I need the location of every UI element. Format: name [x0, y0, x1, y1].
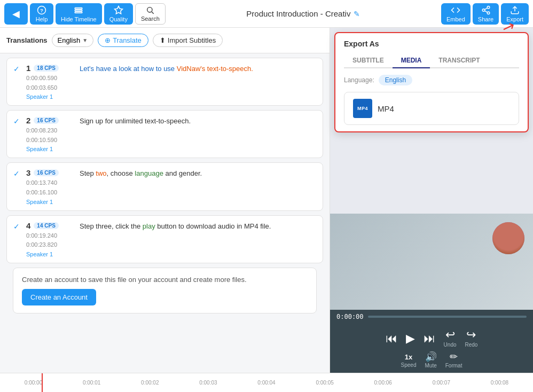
hide-timeline-button[interactable]: Hide Timeline [56, 3, 102, 25]
check-icon-1: ✓ [13, 65, 20, 100]
export-language-row: Language: English [344, 75, 519, 85]
table-row: ✓ 1 18 CPS 0:00:00.5900:00:03.650 Speake… [6, 58, 323, 106]
cps-badge-1: 18 CPS [34, 65, 58, 72]
fast-forward-button[interactable]: ⏭ [424, 333, 435, 344]
mute-icon: 🔊 [425, 352, 437, 362]
cps-badge-3: 16 CPS [34, 169, 58, 176]
video-frame [330, 214, 533, 310]
help-button[interactable]: ? Help [30, 3, 53, 25]
check-icon-2: ✓ [13, 117, 20, 152]
subtitle-list: ✓ 1 18 CPS 0:00:00.5900:00:03.650 Speake… [0, 53, 330, 373]
tab-subtitle[interactable]: SUBTITLE [344, 53, 393, 68]
translations-label: Translations [6, 36, 48, 44]
rewind-button[interactable]: ⏮ [386, 333, 397, 344]
subtitle-num-1: 1 [26, 64, 30, 73]
cps-badge-2: 16 CPS [34, 117, 58, 124]
speaker-1[interactable]: Speaker 1 [26, 93, 74, 100]
search-button[interactable]: Search [135, 3, 166, 25]
back-button[interactable]: ◀ [4, 3, 28, 25]
timeline-cursor [42, 373, 43, 392]
embed-button[interactable]: Embed [441, 3, 471, 25]
controls-panel: ⏮ ▶ ⏭ ↩ Undo ↪ Redo [330, 324, 533, 373]
export-language-value[interactable]: English [379, 75, 412, 85]
tick-8: 0:00:08 [471, 380, 529, 386]
text-language: language [135, 169, 163, 177]
redo-label: Redo [465, 342, 478, 348]
language-select[interactable]: English ▼ [52, 34, 94, 47]
export-mp4-card[interactable]: MP4 MP4 [344, 92, 519, 125]
subtitle-time-4: 0:00:19.2400:00:23.820 [26, 231, 74, 250]
import-icon: ⬆ [160, 36, 166, 44]
tick-0: 0:00:00 [4, 380, 62, 386]
speaker-3[interactable]: Speaker 1 [26, 199, 74, 205]
help-icon: ? [36, 5, 47, 15]
rewind-icon: ⏮ [386, 333, 397, 344]
import-subtitles-button[interactable]: ⬆ Import Subtitles [153, 34, 223, 47]
svg-line-10 [484, 11, 487, 12]
subtitle-meta-1: 1 18 CPS 0:00:00.5900:00:03.650 Speaker … [26, 64, 74, 100]
progress-track[interactable] [368, 316, 527, 318]
language-value: English [58, 36, 81, 44]
tick-2: 0:00:02 [121, 380, 179, 386]
subtitle-meta-3: 3 16 CPS 0:00:13.7400:00:16.100 Speaker … [26, 168, 74, 205]
subtitle-time-2: 0:00:08.2300:00:10.590 [26, 126, 74, 145]
check-icon-4: ✓ [13, 222, 20, 257]
format-button[interactable]: ✏ Format [445, 352, 463, 369]
page-title: Product Introduction - Creativ [246, 9, 350, 18]
import-label: Import Subtitles [168, 36, 216, 44]
text-two: two [96, 169, 106, 177]
text-play: play [143, 222, 155, 230]
search-label: Search [141, 15, 160, 22]
main-area: Translations English ▼ ⊕ Translate ⬆ Imp… [0, 28, 533, 373]
cps-badge-4: 14 CPS [34, 222, 58, 229]
play-button[interactable]: ▶ [406, 333, 415, 344]
hide-timeline-label: Hide Timeline [61, 16, 97, 22]
speaker-2[interactable]: Speaker 1 [26, 146, 74, 152]
translate-button[interactable]: ⊕ Translate [98, 34, 148, 47]
edit-icon[interactable]: ✎ [354, 10, 360, 18]
tick-3: 0:00:03 [179, 380, 237, 386]
undo-label: Undo [444, 342, 457, 348]
video-timeline: 0:00:00 [330, 310, 533, 324]
quality-button[interactable]: Quality [104, 3, 133, 25]
timeline-icon [73, 5, 84, 15]
embed-label: Embed [446, 16, 465, 22]
subtitle-time-3: 0:00:13.7400:00:16.100 [26, 178, 74, 197]
timeline[interactable]: 0:00:00 0:00:01 0:00:02 0:00:03 0:00:04 … [0, 373, 533, 392]
share-label: Share [478, 16, 493, 22]
svg-point-8 [482, 9, 485, 11]
chevron-down-icon: ▼ [82, 37, 88, 43]
speed-button[interactable]: 1x Speed [401, 353, 417, 368]
share-button[interactable]: Share [473, 3, 499, 25]
undo-button[interactable]: ↩ Undo [444, 329, 457, 348]
subtitle-text-3[interactable]: Step two, choose language and gender. [80, 168, 316, 205]
tab-media[interactable]: MEDIA [393, 53, 430, 68]
quality-icon [113, 5, 124, 15]
svg-point-9 [487, 12, 490, 14]
speed-label: Speed [401, 362, 417, 368]
subtitle-text-4[interactable]: Step three, click the play button to dow… [80, 221, 316, 257]
tab-transcript[interactable]: TRANSCRIPT [430, 53, 488, 68]
speed-value: 1x [405, 353, 412, 361]
subtitle-text-1[interactable]: Let's have a look at how to use VidNaw's… [80, 64, 316, 100]
toolbar: ◀ ? Help Hide Timeline Quality Search Pr… [0, 0, 533, 28]
svg-text:?: ? [40, 7, 43, 13]
export-language-label: Language: [344, 76, 374, 84]
embed-icon [450, 5, 461, 15]
create-account-button[interactable]: Create an Account [22, 289, 96, 305]
svg-line-6 [152, 12, 154, 14]
format-label: Format [445, 363, 463, 369]
speaker-4[interactable]: Speaker 1 [26, 251, 74, 257]
mute-button[interactable]: 🔊 Mute [425, 352, 437, 369]
tick-4: 0:00:04 [237, 380, 295, 386]
text-segment-blue: Let's have a look at how to use [80, 65, 177, 73]
redo-button[interactable]: ↪ Redo [465, 329, 478, 348]
tick-1: 0:00:01 [62, 380, 121, 386]
svg-rect-4 [75, 12, 83, 13]
subtitle-num-3: 3 [26, 168, 30, 177]
subtitle-text-2[interactable]: Sign up for unlimited text-to-speech. [80, 116, 316, 152]
mute-label: Mute [425, 363, 437, 369]
export-tabs: SUBTITLE MEDIA TRANSCRIPT [344, 53, 519, 68]
controls-row-2: 1x Speed 🔊 Mute ✏ Format [401, 352, 463, 369]
notice-message: Create an account to save this file on y… [22, 276, 308, 284]
